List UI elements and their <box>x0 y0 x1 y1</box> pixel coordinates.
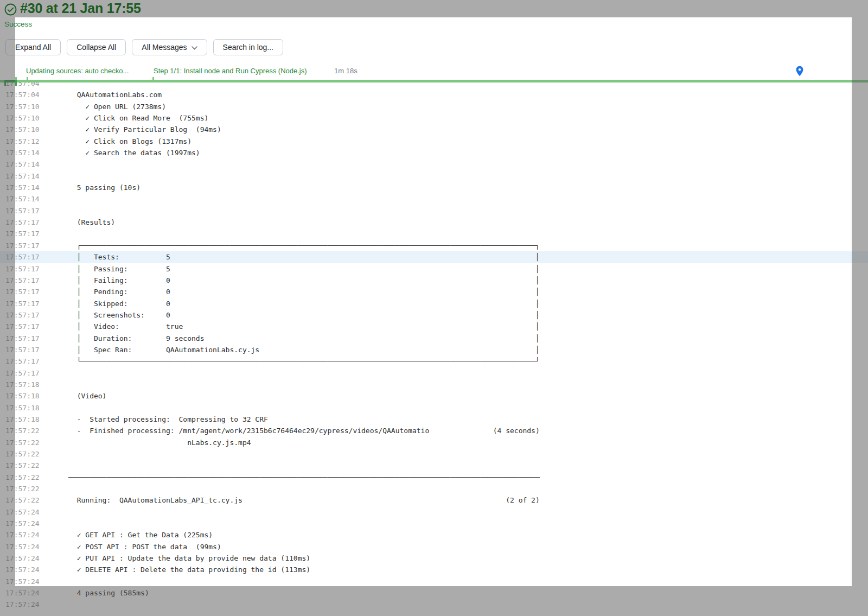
timeline-tick <box>15 82 17 86</box>
check-circle-icon <box>4 3 17 18</box>
log-line[interactable]: 17:57:14 <box>0 193 868 205</box>
log-line[interactable]: 17:57:24 ✓ PUT API : Update the data by … <box>0 553 868 564</box>
log-line[interactable]: 17:57:17 │ Pending: 0 │ <box>0 286 868 297</box>
collapse-all-label: Collapse All <box>76 43 116 52</box>
log-line[interactable]: 17:57:22 Running: QAAutomationLabs_API_t… <box>0 494 868 506</box>
log-line[interactable]: 17:57:17 ┌──────────────────────────────… <box>0 240 868 251</box>
log-line[interactable]: 17:57:17 (Results) <box>0 217 868 228</box>
log-text: 5 passing (10s) <box>68 182 141 193</box>
log-text: ✓ DELETE API : Delete the data providing… <box>68 564 310 575</box>
timeline-tick <box>15 77 17 80</box>
log-text: │ Passing: 5 │ <box>68 263 540 275</box>
log-line[interactable]: 17:57:17 <box>0 228 868 239</box>
log-line[interactable]: 17:57:18 (Video) <box>0 390 868 402</box>
log-line[interactable]: 17:57:24 ✓ GET API : Get the Data (225ms… <box>0 529 868 541</box>
timeline-tick <box>152 77 154 80</box>
log-line[interactable]: 17:57:24 <box>0 518 868 529</box>
log-line[interactable]: 17:57:12 ✓ Click on Blogs (1317ms) <box>0 136 868 147</box>
backdrop-right <box>852 17 868 586</box>
log-text: ✓ Open URL (2738ms) <box>68 101 166 112</box>
log-text: ✓ GET API : Get the Data (225ms) <box>68 529 213 541</box>
log-line[interactable]: 17:57:10 ✓ Click on Read More (755ms) <box>0 112 868 124</box>
build-number-title: #30 at 21 Jan 17:55 <box>20 1 141 16</box>
log-line[interactable]: 17:57:22 nLabs.cy.js.mp4 <box>0 437 868 448</box>
step-duration: 1m 18s <box>334 67 358 75</box>
toolbar: Expand All Collapse All All Messages Sea… <box>5 39 283 55</box>
log-line[interactable]: 17:57:24 <box>0 576 868 587</box>
log-text: (Video) <box>68 390 106 402</box>
collapse-all-button[interactable]: Collapse All <box>67 39 126 55</box>
log-text: (Results) <box>68 217 115 228</box>
log-text: ✓ PUT API : Update the data by provide n… <box>68 553 310 564</box>
log-line[interactable]: 17:57:24 ✓ POST API : POST the data (99m… <box>0 541 868 553</box>
chevron-down-icon <box>192 43 197 52</box>
log-text: │ Skipped: 0 │ <box>68 298 540 309</box>
expand-all-label: Expand All <box>15 43 51 52</box>
log-line[interactable]: 17:57:22 <box>0 448 868 460</box>
all-messages-label: All Messages <box>142 43 187 52</box>
log-line[interactable]: 17:57:22────────────────────────────────… <box>0 472 868 483</box>
map-pin-icon[interactable] <box>794 64 806 80</box>
log-text: │ Pending: 0 │ <box>68 286 540 297</box>
log-text: - Started processing: Compressing to 32 … <box>68 414 268 425</box>
log-line[interactable]: 17:57:17 │ Failing: 0 │ <box>0 275 868 286</box>
log-line[interactable]: 17:57:17 │ Passing: 5 │ <box>0 263 868 275</box>
log-line[interactable]: 17:57:17 │ Screenshots: 0 │ <box>0 309 868 321</box>
search-in-log-button[interactable]: Search in log... <box>213 39 283 55</box>
log-text: ✓ POST API : POST the data (99ms) <box>68 541 221 553</box>
log-text: │ Video: true │ <box>68 321 540 332</box>
log-text: └───────────────────────────────────────… <box>68 355 540 367</box>
all-messages-dropdown[interactable]: All Messages <box>132 39 207 55</box>
log-text: ✓ Click on Read More (755ms) <box>68 112 208 124</box>
tab-updating-sources[interactable]: Updating sources: auto checko... <box>26 67 129 75</box>
log-line[interactable]: 17:57:17 │ Duration: 9 seconds │ <box>0 333 868 344</box>
log-line[interactable]: 17:57:17 <box>0 367 868 379</box>
log-text: QAAutomationLabs.com <box>68 89 162 100</box>
log-lines: 17:57:0417:57:04 QAAutomationLabs.com17:… <box>0 78 868 611</box>
log-text: │ Duration: 9 seconds │ <box>68 333 540 344</box>
log-text: │ Screenshots: 0 │ <box>68 309 540 321</box>
log-line[interactable]: 17:57:17 │ Tests: 5 │ <box>0 251 868 263</box>
log-line[interactable]: 17:57:24 <box>0 506 868 518</box>
log-text: nLabs.cy.js.mp4 <box>68 437 251 448</box>
log-line[interactable]: 17:57:22 <box>0 460 868 471</box>
log-line[interactable]: 17:57:10 ✓ Open URL (2738ms) <box>0 101 868 112</box>
log-line[interactable]: 17:57:14 <box>0 170 868 182</box>
log-line[interactable]: 17:57:17 │ Skipped: 0 │ <box>0 298 868 309</box>
timeline-tick <box>27 77 28 80</box>
log-text: │ Failing: 0 │ <box>68 275 540 286</box>
log-text: │ Spec Ran: QAAutomationLabs.cy.js │ <box>68 344 540 355</box>
backdrop-left <box>0 17 15 586</box>
log-line[interactable]: 17:57:18 <box>0 379 868 390</box>
log-text: ✓ Click on Blogs (1317ms) <box>68 136 192 147</box>
log-line[interactable]: 17:57:18 <box>0 402 868 414</box>
backdrop-bottom <box>0 586 868 616</box>
build-status-label[interactable]: Success <box>4 20 32 28</box>
log-text: Running: QAAutomationLabs_API_tc.cy.js (… <box>68 494 540 506</box>
log-line[interactable]: 17:57:24 ✓ DELETE API : Delete the data … <box>0 564 868 575</box>
log-line[interactable]: 17:57:14 5 passing (10s) <box>0 182 868 193</box>
log-line[interactable]: 17:57:04 QAAutomationLabs.com <box>0 89 868 100</box>
log-line[interactable]: 17:57:14 ✓ Search the datas (1997ms) <box>0 147 868 158</box>
tab-build-step[interactable]: Step 1/1: Install node and Run Cypress (… <box>154 67 307 75</box>
log-line[interactable]: 17:57:10 ✓ Verify Particular Blog (94ms) <box>0 124 868 135</box>
log-text: ✓ Search the datas (1997ms) <box>68 147 200 158</box>
log-line[interactable]: 17:57:17 │ Spec Ran: QAAutomationLabs.cy… <box>0 344 868 355</box>
log-line[interactable]: 17:57:22 <box>0 483 868 494</box>
log-text: - Finished processing: /mnt/agent/work/2… <box>68 425 540 436</box>
log-text: │ Tests: 5 │ <box>68 251 540 263</box>
log-line[interactable]: 17:57:14 <box>0 158 868 170</box>
log-text: ✓ Verify Particular Blog (94ms) <box>68 124 221 135</box>
log-line[interactable]: 17:57:17 └──────────────────────────────… <box>0 355 868 367</box>
log-line[interactable]: 17:57:18 - Started processing: Compressi… <box>0 414 868 425</box>
log-text: ┌───────────────────────────────────────… <box>68 240 540 251</box>
steps-header: Updating sources: auto checko... Step 1/… <box>0 60 868 80</box>
log-line[interactable]: 17:57:17 <box>0 205 868 217</box>
log-text: ────────────────────────────────────────… <box>68 472 540 483</box>
log-line[interactable]: 17:57:22 - Finished processing: /mnt/age… <box>0 425 868 436</box>
log-line[interactable]: 17:57:17 │ Video: true │ <box>0 321 868 332</box>
build-timeline-bar <box>0 80 868 82</box>
search-in-log-label: Search in log... <box>223 43 273 52</box>
